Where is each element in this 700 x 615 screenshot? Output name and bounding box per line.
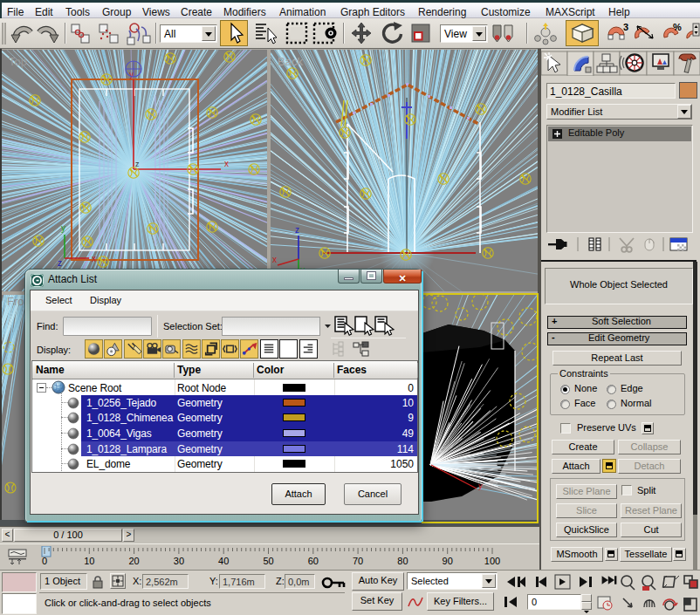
svg-text:x: x	[224, 159, 229, 168]
svg-text:y: y	[61, 223, 65, 233]
svg-text:80: 80	[397, 556, 408, 566]
svg-text:Top: Top	[9, 55, 27, 68]
svg-text:70: 70	[353, 556, 363, 566]
svg-text:20: 20	[128, 556, 139, 566]
svg-text:90: 90	[443, 556, 453, 566]
svg-text:30: 30	[174, 556, 184, 566]
svg-text:10: 10	[84, 556, 94, 566]
svg-text:x: x	[92, 254, 96, 263]
svg-text:Back: Back	[278, 55, 303, 68]
svg-text:0: 0	[42, 556, 47, 566]
svg-text:%: %	[673, 22, 682, 32]
svg-text:60: 60	[308, 556, 319, 566]
svg-text:z: z	[295, 225, 299, 235]
svg-text:50: 50	[263, 556, 273, 566]
svg-text:y: y	[129, 70, 134, 79]
svg-text:x: x	[272, 255, 277, 264]
svg-text:z: z	[58, 258, 62, 268]
svg-text:40: 40	[218, 556, 229, 566]
svg-text:z: z	[135, 160, 140, 168]
svg-text:3: 3	[623, 22, 628, 32]
svg-text:100: 100	[484, 556, 500, 566]
